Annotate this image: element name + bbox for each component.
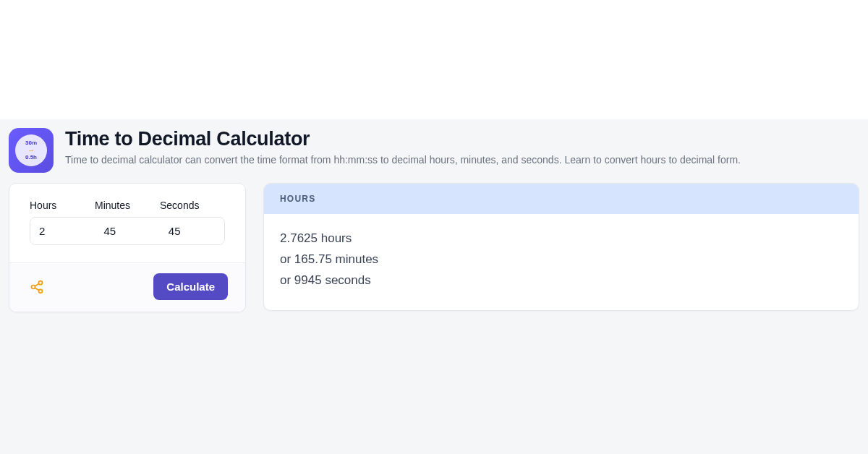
- hours-label: Hours: [30, 200, 95, 211]
- main-row: Hours Minutes Seconds: [9, 183, 859, 312]
- header: 30m → 0.5h Time to Decimal Calculator Ti…: [9, 128, 859, 183]
- page-title: Time to Decimal Calculator: [65, 128, 741, 150]
- svg-line-4: [35, 288, 39, 290]
- svg-point-2: [39, 289, 43, 293]
- share-icon: [30, 280, 44, 294]
- seconds-input[interactable]: [160, 218, 224, 244]
- svg-line-3: [35, 283, 39, 286]
- result-body: 2.7625 hours or 165.75 minutes or 9945 s…: [264, 214, 859, 310]
- hours-col: Hours: [30, 200, 95, 217]
- result-seconds: or 9945 seconds: [280, 270, 843, 291]
- page-whitespace: [0, 0, 868, 119]
- result-section-label: HOURS: [264, 184, 859, 214]
- input-footer: Calculate: [9, 262, 245, 312]
- svg-point-0: [39, 280, 43, 284]
- seconds-label: Seconds: [160, 200, 225, 211]
- seconds-col: Seconds: [160, 200, 225, 217]
- time-input-group: [30, 217, 225, 245]
- svg-point-1: [32, 285, 35, 288]
- app-icon-bottom: 0.5h: [25, 154, 37, 161]
- share-button[interactable]: [27, 277, 47, 297]
- minutes-label: Minutes: [95, 200, 160, 211]
- result-hours: 2.7625 hours: [280, 228, 843, 249]
- header-text: Time to Decimal Calculator Time to decim…: [65, 128, 741, 168]
- result-card: HOURS 2.7625 hours or 165.75 minutes or …: [263, 183, 859, 311]
- page-body: 30m → 0.5h Time to Decimal Calculator Ti…: [0, 119, 868, 454]
- minutes-col: Minutes: [95, 200, 160, 217]
- app-icon: 30m → 0.5h: [9, 128, 54, 173]
- input-card: Hours Minutes Seconds: [9, 183, 246, 312]
- result-minutes: or 165.75 minutes: [280, 249, 843, 270]
- minutes-input[interactable]: [95, 218, 159, 244]
- hours-input[interactable]: [30, 218, 95, 244]
- arrow-icon: →: [27, 147, 35, 154]
- input-grid: Hours Minutes Seconds: [9, 184, 245, 262]
- app-icon-inner: 30m → 0.5h: [15, 134, 47, 166]
- page-subtitle: Time to decimal calculator can convert t…: [65, 153, 741, 168]
- calculate-button[interactable]: Calculate: [153, 273, 228, 300]
